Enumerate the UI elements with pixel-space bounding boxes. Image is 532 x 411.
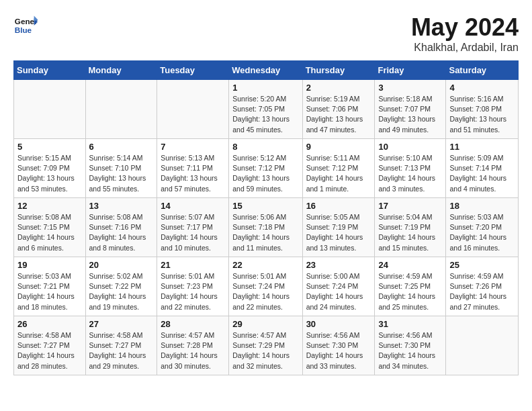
calendar-cell: 29Sunrise: 4:57 AMSunset: 7:29 PMDayligh…	[229, 316, 302, 375]
day-number: 12	[17, 201, 82, 211]
calendar-cell: 17Sunrise: 5:04 AMSunset: 7:19 PMDayligh…	[375, 198, 446, 257]
calendar-cell: 7Sunrise: 5:13 AMSunset: 7:11 PMDaylight…	[157, 139, 229, 198]
day-info: Sunrise: 4:56 AMSunset: 7:30 PMDaylight:…	[378, 330, 442, 371]
day-info: Sunrise: 5:06 AMSunset: 7:18 PMDaylight:…	[232, 212, 298, 253]
day-info: Sunrise: 5:00 AMSunset: 7:24 PMDaylight:…	[306, 271, 371, 312]
day-number: 28	[161, 319, 225, 329]
day-info: Sunrise: 5:19 AMSunset: 7:06 PMDaylight:…	[306, 94, 371, 135]
calendar-cell	[85, 80, 157, 139]
day-info: Sunrise: 5:14 AMSunset: 7:10 PMDaylight:…	[89, 153, 154, 194]
day-number: 24	[378, 260, 442, 270]
day-info: Sunrise: 5:08 AMSunset: 7:15 PMDaylight:…	[17, 212, 82, 253]
logo-icon: General Blue	[13, 13, 38, 38]
day-number: 29	[232, 319, 298, 329]
page-header: General Blue May 2024 Khalkhal, Ardabil,…	[13, 13, 519, 54]
day-number: 31	[378, 319, 442, 329]
day-info: Sunrise: 5:15 AMSunset: 7:09 PMDaylight:…	[17, 153, 82, 194]
day-info: Sunrise: 4:58 AMSunset: 7:27 PMDaylight:…	[17, 330, 82, 371]
day-info: Sunrise: 5:11 AMSunset: 7:12 PMDaylight:…	[306, 153, 371, 194]
day-number: 21	[161, 260, 225, 270]
calendar-cell: 15Sunrise: 5:06 AMSunset: 7:18 PMDayligh…	[229, 198, 302, 257]
calendar-cell: 5Sunrise: 5:15 AMSunset: 7:09 PMDaylight…	[14, 139, 86, 198]
day-number: 19	[17, 260, 82, 270]
day-number: 23	[306, 260, 371, 270]
calendar-cell: 14Sunrise: 5:07 AMSunset: 7:17 PMDayligh…	[157, 198, 229, 257]
calendar-cell: 9Sunrise: 5:11 AMSunset: 7:12 PMDaylight…	[302, 139, 375, 198]
calendar-cell: 6Sunrise: 5:14 AMSunset: 7:10 PMDaylight…	[85, 139, 157, 198]
weekday-header-thursday: Thursday	[302, 61, 375, 80]
day-number: 2	[306, 83, 371, 93]
day-info: Sunrise: 5:02 AMSunset: 7:22 PMDaylight:…	[89, 271, 154, 312]
calendar-cell	[14, 80, 86, 139]
day-info: Sunrise: 4:57 AMSunset: 7:29 PMDaylight:…	[232, 330, 298, 371]
svg-text:Blue: Blue	[15, 26, 32, 34]
day-info: Sunrise: 5:01 AMSunset: 7:23 PMDaylight:…	[161, 271, 225, 312]
calendar-cell: 20Sunrise: 5:02 AMSunset: 7:22 PMDayligh…	[85, 257, 157, 316]
calendar-cell: 12Sunrise: 5:08 AMSunset: 7:15 PMDayligh…	[14, 198, 86, 257]
day-number: 26	[17, 319, 82, 329]
calendar-cell: 16Sunrise: 5:05 AMSunset: 7:19 PMDayligh…	[302, 198, 375, 257]
day-info: Sunrise: 5:13 AMSunset: 7:11 PMDaylight:…	[161, 153, 225, 194]
calendar-cell: 26Sunrise: 4:58 AMSunset: 7:27 PMDayligh…	[14, 316, 86, 375]
calendar-cell: 23Sunrise: 5:00 AMSunset: 7:24 PMDayligh…	[302, 257, 375, 316]
day-number: 25	[449, 260, 515, 270]
day-info: Sunrise: 5:04 AMSunset: 7:19 PMDaylight:…	[378, 212, 442, 253]
calendar-cell: 3Sunrise: 5:18 AMSunset: 7:07 PMDaylight…	[375, 80, 446, 139]
day-info: Sunrise: 5:10 AMSunset: 7:13 PMDaylight:…	[378, 153, 442, 194]
calendar-cell: 11Sunrise: 5:09 AMSunset: 7:14 PMDayligh…	[446, 139, 519, 198]
month-title: May 2024	[411, 13, 519, 42]
calendar-cell	[446, 316, 519, 375]
day-info: Sunrise: 5:01 AMSunset: 7:24 PMDaylight:…	[232, 271, 298, 312]
day-number: 6	[89, 142, 154, 152]
calendar-cell: 1Sunrise: 5:20 AMSunset: 7:05 PMDaylight…	[229, 80, 302, 139]
day-info: Sunrise: 4:57 AMSunset: 7:28 PMDaylight:…	[161, 330, 225, 371]
calendar-cell: 27Sunrise: 4:58 AMSunset: 7:27 PMDayligh…	[85, 316, 157, 375]
day-info: Sunrise: 4:59 AMSunset: 7:26 PMDaylight:…	[449, 271, 515, 312]
day-info: Sunrise: 5:18 AMSunset: 7:07 PMDaylight:…	[378, 94, 442, 135]
day-number: 20	[89, 260, 154, 270]
weekday-header-friday: Friday	[375, 61, 446, 80]
day-number: 18	[449, 201, 515, 211]
day-info: Sunrise: 4:59 AMSunset: 7:25 PMDaylight:…	[378, 271, 442, 312]
calendar-cell: 19Sunrise: 5:03 AMSunset: 7:21 PMDayligh…	[14, 257, 86, 316]
calendar-cell: 10Sunrise: 5:10 AMSunset: 7:13 PMDayligh…	[375, 139, 446, 198]
day-number: 11	[449, 142, 515, 152]
calendar-cell: 13Sunrise: 5:08 AMSunset: 7:16 PMDayligh…	[85, 198, 157, 257]
calendar-cell: 22Sunrise: 5:01 AMSunset: 7:24 PMDayligh…	[229, 257, 302, 316]
day-number: 4	[449, 83, 515, 93]
day-number: 5	[17, 142, 82, 152]
day-info: Sunrise: 5:07 AMSunset: 7:17 PMDaylight:…	[161, 212, 225, 253]
day-number: 13	[89, 201, 154, 211]
day-number: 16	[306, 201, 371, 211]
weekday-header-monday: Monday	[85, 61, 157, 80]
weekday-header-saturday: Saturday	[446, 61, 519, 80]
calendar-cell: 30Sunrise: 4:56 AMSunset: 7:30 PMDayligh…	[302, 316, 375, 375]
calendar-cell: 2Sunrise: 5:19 AMSunset: 7:06 PMDaylight…	[302, 80, 375, 139]
calendar-cell: 31Sunrise: 4:56 AMSunset: 7:30 PMDayligh…	[375, 316, 446, 375]
day-info: Sunrise: 4:56 AMSunset: 7:30 PMDaylight:…	[306, 330, 371, 371]
calendar-cell: 18Sunrise: 5:03 AMSunset: 7:20 PMDayligh…	[446, 198, 519, 257]
day-info: Sunrise: 5:03 AMSunset: 7:21 PMDaylight:…	[17, 271, 82, 312]
day-number: 17	[378, 201, 442, 211]
day-number: 9	[306, 142, 371, 152]
logo: General Blue	[13, 13, 38, 38]
weekday-header-wednesday: Wednesday	[229, 61, 302, 80]
weekday-header-sunday: Sunday	[14, 61, 86, 80]
weekday-header-tuesday: Tuesday	[157, 61, 229, 80]
calendar-cell: 24Sunrise: 4:59 AMSunset: 7:25 PMDayligh…	[375, 257, 446, 316]
day-info: Sunrise: 4:58 AMSunset: 7:27 PMDaylight:…	[89, 330, 154, 371]
day-info: Sunrise: 5:12 AMSunset: 7:12 PMDaylight:…	[232, 153, 298, 194]
day-number: 22	[232, 260, 298, 270]
day-number: 14	[161, 201, 225, 211]
day-number: 8	[232, 142, 298, 152]
title-block: May 2024 Khalkhal, Ardabil, Iran	[411, 13, 519, 54]
calendar-cell: 25Sunrise: 4:59 AMSunset: 7:26 PMDayligh…	[446, 257, 519, 316]
calendar-cell: 4Sunrise: 5:16 AMSunset: 7:08 PMDaylight…	[446, 80, 519, 139]
day-info: Sunrise: 5:08 AMSunset: 7:16 PMDaylight:…	[89, 212, 154, 253]
day-number: 10	[378, 142, 442, 152]
day-info: Sunrise: 5:20 AMSunset: 7:05 PMDaylight:…	[232, 94, 298, 135]
calendar-cell: 28Sunrise: 4:57 AMSunset: 7:28 PMDayligh…	[157, 316, 229, 375]
calendar-cell: 8Sunrise: 5:12 AMSunset: 7:12 PMDaylight…	[229, 139, 302, 198]
day-number: 7	[161, 142, 225, 152]
calendar-cell	[157, 80, 229, 139]
